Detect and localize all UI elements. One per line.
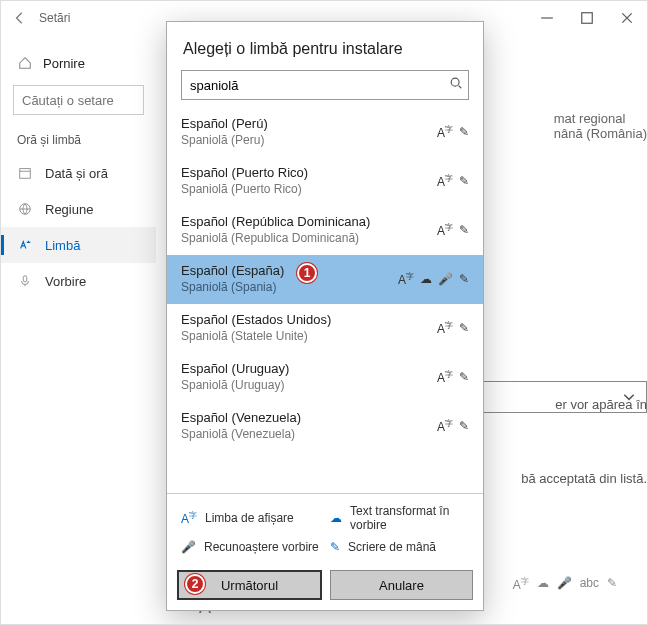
language-search-input[interactable] (181, 70, 469, 100)
legend-tts: ☁Text transformat în vorbire (330, 504, 469, 532)
language-subtitle: Spaniolă (Venezuela) (181, 427, 301, 441)
display-icon: A字 (398, 271, 414, 287)
tts-icon: ☁ (420, 272, 432, 286)
display-icon: A字 (437, 124, 453, 140)
tts-icon: ☁ (330, 511, 342, 525)
hand-icon: ✎ (459, 370, 469, 384)
language-name: Español (República Dominicana) (181, 214, 370, 229)
language-name: Español (Perú) (181, 116, 268, 131)
svg-point-4 (451, 78, 459, 86)
language-name: Español (Venezuela) (181, 410, 301, 425)
language-subtitle: Spaniolă (Puerto Rico) (181, 182, 308, 196)
display-icon: A字 (437, 173, 453, 189)
legend-speech: 🎤Recunoaștere vorbire (181, 540, 320, 554)
hand-icon: ✎ (459, 223, 469, 237)
hand-icon: ✎ (459, 419, 469, 433)
language-subtitle: Spaniolă (Spania) (181, 280, 284, 294)
cancel-button[interactable]: Anulare (330, 570, 473, 600)
legend-label: Limba de afișare (205, 511, 294, 525)
language-row[interactable]: Español (Perú) Spaniolă (Peru) A字✎ (167, 108, 483, 157)
hand-icon: ✎ (459, 125, 469, 139)
language-search[interactable] (181, 70, 469, 100)
language-feature-icons: A字✎ (437, 418, 469, 434)
language-feature-icons: A字✎ (437, 222, 469, 238)
hand-icon: ✎ (459, 272, 469, 286)
language-row[interactable]: Español (Estados Unidos) Spaniolă (State… (167, 304, 483, 353)
install-language-dialog: Alegeți o limbă pentru instalare Español… (166, 21, 484, 611)
legend-label: Text transformat în vorbire (350, 504, 469, 532)
language-subtitle: Spaniolă (Republica Dominicană) (181, 231, 370, 245)
language-subtitle: Spaniolă (Uruguay) (181, 378, 289, 392)
legend-display: A字Limba de afișare (181, 504, 320, 532)
hand-icon: ✎ (459, 174, 469, 188)
hand-icon: ✎ (459, 321, 469, 335)
language-row[interactable]: Español (Venezuela) Spaniolă (Venezuela)… (167, 402, 483, 451)
language-subtitle: Spaniolă (Peru) (181, 133, 268, 147)
language-row[interactable]: Español (Puerto Rico) Spaniolă (Puerto R… (167, 157, 483, 206)
display-icon: A字 (437, 320, 453, 336)
search-icon[interactable] (449, 76, 463, 94)
legend-handwriting: ✎Scriere de mână (330, 540, 469, 554)
language-feature-icons: A字☁🎤✎ (398, 271, 469, 287)
dialog-buttons: 2 Următorul Anulare (167, 562, 483, 610)
language-subtitle: Spaniolă (Statele Unite) (181, 329, 331, 343)
mic-icon: 🎤 (181, 540, 196, 554)
dialog-title: Alegeți o limbă pentru instalare (167, 22, 483, 68)
display-icon: A字 (437, 418, 453, 434)
legend-label: Recunoaștere vorbire (204, 540, 319, 554)
speech-icon: 🎤 (438, 272, 453, 286)
language-feature-icons: A字✎ (437, 124, 469, 140)
language-row[interactable]: Español (República Dominicana) Spaniolă … (167, 206, 483, 255)
language-name: Español (Estados Unidos) (181, 312, 331, 327)
language-feature-icons: A字✎ (437, 369, 469, 385)
language-name: Español (Uruguay) (181, 361, 289, 376)
annotation-1: 1 (297, 263, 317, 283)
language-feature-icons: A字✎ (437, 173, 469, 189)
display-icon: A字 (437, 222, 453, 238)
legend-label: Scriere de mână (348, 540, 436, 554)
language-feature-icons: A字✎ (437, 320, 469, 336)
language-name: Español (Puerto Rico) (181, 165, 308, 180)
language-list[interactable]: Español (Perú) Spaniolă (Peru) A字✎ Españ… (167, 106, 483, 494)
display-icon: A字 (437, 369, 453, 385)
modal-overlay: Alegeți o limbă pentru instalare Español… (1, 1, 647, 624)
language-row[interactable]: Español (Uruguay) Spaniolă (Uruguay) A字✎ (167, 353, 483, 402)
annotation-2: 2 (185, 574, 205, 594)
hand-icon: ✎ (330, 540, 340, 554)
feature-legend: A字Limba de afișare ☁Text transformat în … (167, 494, 483, 562)
language-row[interactable]: Español (España) Spaniolă (Spania) A字☁🎤✎… (167, 255, 483, 304)
button-label: Următorul (221, 578, 278, 593)
language-name: Español (España) (181, 263, 284, 278)
button-label: Anulare (379, 578, 424, 593)
display-lang-icon: A字 (181, 510, 197, 526)
